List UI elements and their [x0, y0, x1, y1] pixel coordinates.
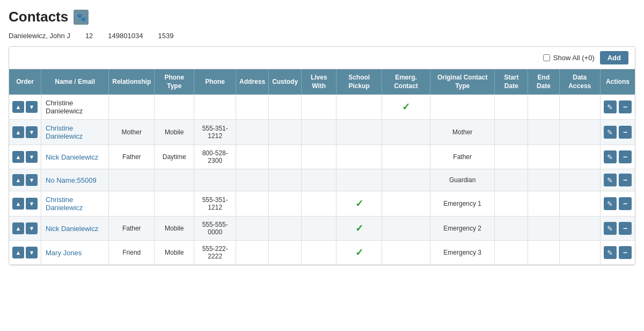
- end-date-cell: [528, 217, 559, 241]
- contact-name-link[interactable]: No Name:55009: [46, 176, 97, 184]
- table-row: ▲ ▼ Nick DanielewiczFatherDaytime800-528…: [9, 145, 635, 169]
- edit-button[interactable]: ✎: [604, 126, 617, 139]
- contact-name-link[interactable]: Nick Danielewicz: [46, 153, 98, 161]
- show-all-text: Show All (+0): [553, 54, 595, 62]
- original-contact-type-cell: Mother: [430, 120, 495, 145]
- lives-with-cell: [302, 217, 336, 241]
- emerg-contact-cell: [382, 241, 430, 265]
- contact-name-link[interactable]: Nick Danielewicz: [46, 225, 98, 233]
- col-school-pickup: School Pickup: [336, 69, 382, 95]
- add-button[interactable]: Add: [600, 51, 628, 64]
- start-date-cell: [495, 169, 528, 191]
- start-date-cell: [495, 191, 528, 217]
- phone-type-cell: [155, 95, 194, 120]
- order-down-button[interactable]: ▼: [26, 198, 38, 210]
- show-all-checkbox[interactable]: [543, 54, 550, 61]
- order-up-button[interactable]: ▲: [12, 222, 24, 234]
- student-id2: 1539: [158, 32, 173, 40]
- school-pickup-cell: [336, 145, 382, 169]
- order-up-button[interactable]: ▲: [12, 126, 24, 138]
- edit-button[interactable]: ✎: [604, 222, 617, 235]
- lives-with-cell: [302, 120, 336, 145]
- student-name: Danielewicz, John J: [9, 32, 70, 40]
- end-date-cell: [528, 120, 559, 145]
- table-row: ▲ ▼ Christine DanielewiczMotherMobile555…: [9, 120, 635, 145]
- col-phone: Phone: [194, 69, 236, 95]
- contacts-table: Order Name / Email Relationship Phone Ty…: [9, 69, 635, 265]
- data-access-cell: [559, 217, 600, 241]
- name-email-cell: Nick Danielewicz: [41, 217, 109, 241]
- order-down-button[interactable]: ▼: [26, 101, 38, 113]
- table-row: ▲ ▼ No Name:55009Guardian ✎ −: [9, 169, 635, 191]
- order-up-button[interactable]: ▲: [12, 174, 24, 186]
- delete-button[interactable]: −: [619, 222, 632, 235]
- school-pickup-cell: [336, 120, 382, 145]
- col-relationship: Relationship: [109, 69, 155, 95]
- delete-button[interactable]: −: [619, 174, 632, 186]
- school-pickup-cell: [336, 169, 382, 191]
- end-date-cell: [528, 169, 559, 191]
- data-access-cell: [559, 145, 600, 169]
- table-body: ▲ ▼ Christine Danielewicz✓ ✎ − ▲ ▼ Chris…: [9, 95, 635, 265]
- address-cell: [236, 145, 269, 169]
- contact-name-link[interactable]: Mary Jones: [46, 249, 82, 257]
- order-up-button[interactable]: ▲: [12, 247, 24, 258]
- edit-button[interactable]: ✎: [604, 100, 617, 113]
- col-lives-with: Lives With: [302, 69, 336, 95]
- col-actions: Actions: [600, 69, 635, 95]
- edit-button[interactable]: ✎: [604, 197, 617, 210]
- order-down-button[interactable]: ▼: [26, 222, 38, 234]
- order-down-button[interactable]: ▼: [26, 247, 38, 258]
- name-email-cell: No Name:55009: [41, 169, 109, 191]
- school-pickup-check: ✓: [355, 223, 363, 234]
- lives-with-cell: [302, 241, 336, 265]
- school-pickup-cell: [336, 95, 382, 120]
- actions-cell: ✎ −: [600, 145, 635, 169]
- contacts-icon: 🐾: [74, 10, 89, 25]
- show-all-label[interactable]: Show All (+0): [543, 54, 595, 62]
- name-email-cell: Mary Jones: [41, 241, 109, 265]
- emerg-contact-cell: [382, 217, 430, 241]
- relationship-cell: [109, 169, 155, 191]
- phone-type-cell: Mobile: [155, 241, 194, 265]
- contact-name-link[interactable]: Christine Danielewicz: [46, 124, 83, 140]
- order-down-button[interactable]: ▼: [26, 126, 38, 138]
- contact-name-link[interactable]: Christine Danielewicz: [46, 196, 83, 212]
- delete-button[interactable]: −: [619, 100, 632, 113]
- order-cell: ▲ ▼: [9, 241, 41, 265]
- relationship-cell: [109, 95, 155, 120]
- address-cell: [236, 120, 269, 145]
- order-down-button[interactable]: ▼: [26, 151, 38, 163]
- emerg-contact-cell: [382, 145, 430, 169]
- contact-name: Christine Danielewicz: [46, 99, 83, 115]
- order-up-button[interactable]: ▲: [12, 151, 24, 163]
- data-access-cell: [559, 241, 600, 265]
- student-id1: 149801034: [108, 32, 143, 40]
- phone-cell: [194, 95, 236, 120]
- table-row: ▲ ▼ Nick DanielewiczFatherMobile555-555-…: [9, 217, 635, 241]
- address-cell: [236, 191, 269, 217]
- order-down-button[interactable]: ▼: [26, 174, 38, 186]
- custody-cell: [269, 95, 302, 120]
- table-row: ▲ ▼ Mary JonesFriendMobile555-222-2222✓E…: [9, 241, 635, 265]
- edit-button[interactable]: ✎: [604, 174, 617, 186]
- edit-button[interactable]: ✎: [604, 150, 617, 163]
- order-up-button[interactable]: ▲: [12, 198, 24, 210]
- delete-button[interactable]: −: [619, 150, 632, 163]
- delete-button[interactable]: −: [619, 126, 632, 139]
- end-date-cell: [528, 145, 559, 169]
- name-email-cell: Christine Danielewicz: [41, 120, 109, 145]
- start-date-cell: [495, 95, 528, 120]
- emerg-contact-check: ✓: [402, 102, 410, 112]
- order-up-button[interactable]: ▲: [12, 101, 24, 113]
- table-header-row: Order Name / Email Relationship Phone Ty…: [9, 69, 635, 95]
- contacts-table-container: Show All (+0) Add Order Name / Email Rel…: [9, 46, 635, 265]
- delete-button[interactable]: −: [619, 246, 632, 259]
- actions-cell: ✎ −: [600, 120, 635, 145]
- delete-button[interactable]: −: [619, 197, 632, 210]
- phone-type-cell: Mobile: [155, 217, 194, 241]
- name-email-cell: Christine Danielewicz: [41, 95, 109, 120]
- student-info: Danielewicz, John J 12 149801034 1539: [9, 32, 635, 40]
- edit-button[interactable]: ✎: [604, 246, 617, 259]
- order-cell: ▲ ▼: [9, 145, 41, 169]
